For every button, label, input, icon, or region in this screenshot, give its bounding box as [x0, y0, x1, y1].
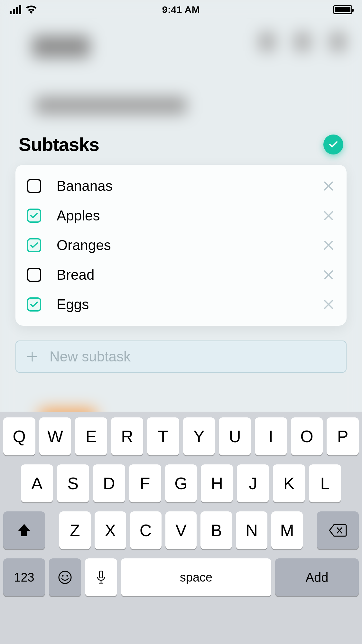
key-r[interactable]: R	[111, 417, 143, 455]
emoji-key[interactable]	[49, 558, 81, 596]
status-left	[10, 5, 37, 14]
key-c[interactable]: C	[130, 511, 162, 549]
key-f[interactable]: F	[129, 464, 161, 502]
subtasks-card: BananasApplesOrangesBreadEggs	[15, 165, 347, 326]
key-g[interactable]: G	[165, 464, 197, 502]
space-key[interactable]: space	[121, 558, 271, 596]
subtask-row: Oranges	[27, 230, 335, 260]
check-icon	[30, 301, 38, 308]
key-l[interactable]: L	[309, 464, 341, 502]
subtask-label: Bread	[41, 267, 322, 283]
shift-icon	[17, 523, 32, 537]
check-icon	[329, 141, 338, 148]
key-t[interactable]: T	[147, 417, 179, 455]
key-z[interactable]: Z	[59, 511, 91, 549]
shift-key[interactable]	[3, 511, 45, 549]
remove-subtask-button[interactable]	[322, 298, 335, 311]
remove-subtask-button[interactable]	[322, 209, 335, 222]
key-x[interactable]: X	[95, 511, 126, 549]
subtask-label: Eggs	[41, 296, 322, 313]
remove-subtask-button[interactable]	[322, 268, 335, 281]
subtask-checkbox[interactable]	[27, 268, 41, 282]
battery-icon	[333, 5, 352, 14]
svg-point-1	[62, 575, 63, 576]
close-icon	[323, 240, 334, 251]
subtasks-section: Subtasks BananasApplesOrangesBreadEggs	[0, 134, 362, 373]
svg-point-2	[66, 575, 68, 576]
key-b[interactable]: B	[200, 511, 232, 549]
subtask-label: Oranges	[41, 237, 322, 253]
svg-rect-3	[99, 571, 103, 578]
check-icon	[30, 212, 38, 219]
svg-point-0	[59, 571, 71, 583]
key-k[interactable]: K	[273, 464, 305, 502]
done-button[interactable]	[323, 135, 343, 154]
status-bar: 9:41 AM	[0, 0, 362, 19]
close-icon	[323, 299, 334, 310]
key-q[interactable]: Q	[3, 417, 35, 455]
key-u[interactable]: U	[219, 417, 251, 455]
subtask-checkbox[interactable]	[27, 179, 41, 193]
key-s[interactable]: S	[57, 464, 89, 502]
key-i[interactable]: I	[255, 417, 287, 455]
key-j[interactable]: J	[237, 464, 269, 502]
close-icon	[323, 181, 334, 191]
status-right	[333, 5, 352, 14]
return-key[interactable]: Add	[275, 558, 359, 596]
check-icon	[30, 242, 38, 248]
subtask-row: Eggs	[27, 290, 335, 319]
emoji-icon	[58, 570, 72, 584]
subtask-row: Apples	[27, 201, 335, 230]
subtask-label: Apples	[41, 208, 322, 224]
key-a[interactable]: A	[21, 464, 53, 502]
key-w[interactable]: W	[39, 417, 71, 455]
plus-icon	[26, 351, 39, 362]
key-e[interactable]: E	[75, 417, 107, 455]
close-icon	[323, 269, 334, 280]
status-time: 9:41 AM	[162, 4, 200, 15]
subtask-checkbox[interactable]	[27, 209, 41, 223]
key-y[interactable]: Y	[183, 417, 215, 455]
cellular-signal-icon	[10, 5, 21, 14]
close-icon	[323, 210, 334, 221]
subtask-row: Bread	[27, 260, 335, 290]
numeric-key[interactable]: 123	[3, 558, 45, 596]
subtask-label: Bananas	[41, 178, 322, 194]
subtask-checkbox[interactable]	[27, 297, 41, 312]
key-p[interactable]: P	[327, 417, 359, 455]
new-subtask-row[interactable]	[15, 341, 347, 373]
key-h[interactable]: H	[201, 464, 233, 502]
key-d[interactable]: D	[93, 464, 125, 502]
section-title: Subtasks	[19, 134, 99, 155]
keyboard: QWERTYUIOP ASDFGHJKL ZXCVBNM 123	[0, 412, 362, 644]
backspace-key[interactable]	[317, 511, 359, 549]
subtask-checkbox[interactable]	[27, 238, 41, 252]
new-subtask-input[interactable]	[39, 349, 336, 365]
key-n[interactable]: N	[236, 511, 267, 549]
remove-subtask-button[interactable]	[322, 239, 335, 252]
key-o[interactable]: O	[291, 417, 323, 455]
remove-subtask-button[interactable]	[322, 180, 335, 192]
key-m[interactable]: M	[271, 511, 303, 549]
backspace-icon	[329, 524, 347, 537]
section-header: Subtasks	[15, 134, 347, 165]
wifi-icon	[26, 5, 37, 14]
dictation-key[interactable]	[85, 558, 117, 596]
key-v[interactable]: V	[165, 511, 197, 549]
mic-icon	[96, 570, 106, 584]
subtask-row: Bananas	[27, 171, 335, 201]
